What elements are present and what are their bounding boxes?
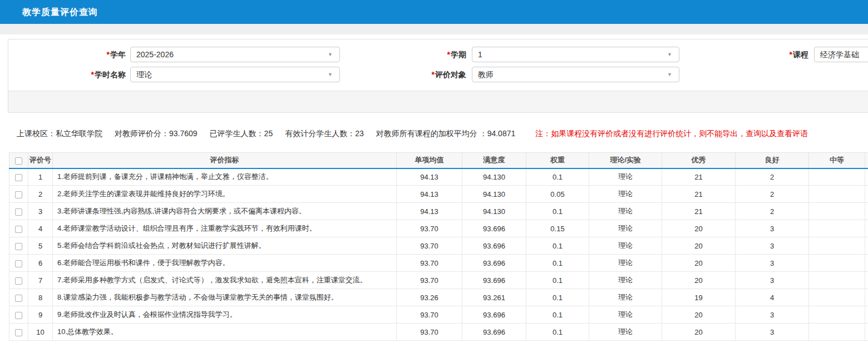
chevron-down-icon: ▼ — [328, 67, 333, 82]
cell-type: 理论 — [589, 186, 662, 203]
cell-medium — [809, 272, 865, 289]
chevron-down-icon: ▼ — [667, 47, 672, 62]
col-header-medium: 中等 — [809, 153, 865, 168]
row-checkbox[interactable] — [15, 174, 22, 181]
cell-item-avg: 94.13 — [397, 168, 462, 186]
chevron-down-icon: ▼ — [667, 67, 672, 82]
cell-good: 4 — [736, 289, 809, 306]
cell-satisfaction: 93.696 — [462, 220, 526, 237]
cell-satisfaction: 93.696 — [462, 324, 526, 341]
cell-satisfaction: 93.696 — [462, 237, 526, 255]
cell-weight: 0.1 — [526, 272, 589, 289]
table-row: 8 8.课堂感染力强，我能积极参与教学活动，不会做与课堂教学无关的事情，课堂氛围… — [9, 289, 868, 306]
table-row: 4 4.老师课堂教学活动设计、组织合理且有序，注重教学实践环节，有效利用课时。 … — [9, 220, 868, 237]
cell-excellent: 20 — [662, 272, 736, 289]
cell-cutoff — [865, 306, 868, 324]
cell-indicator: 4.老师课堂教学活动设计、组织合理且有序，注重教学实践环节，有效利用课时。 — [53, 220, 397, 237]
table-row: 3 3.老师讲课条理性强,内容熟练,讲课内容符合大纲要求，或不偏离本课程内容。 … — [9, 203, 868, 220]
table-header-row: 评价号 评价指标 单项均值 满意度 权重 理论/实验 优秀 良好 中等 — [9, 153, 868, 168]
course-select[interactable]: 经济学基础 ▼ — [814, 47, 868, 62]
row-checkbox[interactable] — [15, 226, 22, 233]
required-asterisk: * — [91, 70, 94, 79]
cell-medium — [809, 237, 865, 255]
cell-good: 3 — [736, 324, 809, 341]
cell-type: 理论 — [589, 255, 662, 272]
cell-item-avg: 93.26 — [397, 289, 462, 306]
valid-students-stat: 有效计分学生人数：23 — [285, 129, 364, 139]
row-checkbox[interactable] — [15, 277, 22, 285]
row-checkbox[interactable] — [15, 208, 22, 216]
cell-excellent: 20 — [662, 237, 736, 255]
cell-cutoff — [865, 255, 868, 272]
cell-medium — [809, 186, 865, 203]
row-checkbox-cell — [9, 306, 28, 324]
cell-weight: 0.1 — [526, 306, 589, 324]
row-checkbox[interactable] — [15, 243, 22, 250]
cell-medium — [809, 220, 865, 237]
table-row: 1 1.老师提前到课，备课充分，讲课精神饱满，举止文雅，仪容整洁。 94.13 … — [9, 168, 868, 186]
cell-medium — [809, 324, 865, 341]
col-header-indicator: 评价指标 — [53, 153, 397, 168]
page-title: 教学质量评价查询 — [22, 0, 98, 24]
row-checkbox[interactable] — [15, 312, 22, 319]
table-row: 9 9.老师批改作业及时认真，会根据作业情况指导我学习。 93.70 93.69… — [9, 306, 868, 324]
cell-medium — [809, 255, 865, 272]
cell-satisfaction: 93.696 — [462, 255, 526, 272]
row-checkbox[interactable] — [15, 260, 22, 267]
hour-name-label: *学时名称 — [42, 67, 126, 82]
cell-weight: 0.05 — [526, 186, 589, 203]
required-asterisk: * — [790, 50, 792, 59]
cell-satisfaction: 93.696 — [462, 306, 526, 324]
cell-no: 6 — [28, 255, 53, 272]
cell-good: 3 — [736, 237, 809, 255]
hour-name-select[interactable]: 理论 ▼ — [130, 67, 340, 82]
table-row: 2 2.老师关注学生的课堂表现并能维持良好的学习环境。 94.13 94.130… — [9, 186, 868, 203]
cell-cutoff — [865, 203, 868, 220]
filter-panel-footer — [8, 91, 868, 112]
cell-weight: 0.1 — [526, 168, 589, 186]
cell-indicator: 3.老师讲课条理性强,内容熟练,讲课内容符合大纲要求，或不偏离本课程内容。 — [53, 203, 397, 220]
cell-type: 理论 — [589, 203, 662, 220]
table-row: 5 5.老师会结合学科前沿或社会热点，对教材知识进行扩展性讲解。 93.70 9… — [9, 237, 868, 255]
cell-excellent: 19 — [662, 289, 736, 306]
cell-good: 3 — [736, 255, 809, 272]
cell-weight: 0.1 — [526, 289, 589, 306]
eval-target-select[interactable]: 教师 ▼ — [472, 67, 679, 82]
term-select-value: 1 — [478, 47, 482, 62]
cell-cutoff — [865, 168, 868, 186]
table-row: 7 7.老师采用多种教学方式（启发式、讨论式等），激发我求知欲，避免照本宣科，注… — [9, 272, 868, 289]
row-checkbox-cell — [9, 220, 28, 237]
cell-indicator: 2.老师关注学生的课堂表现并能维持良好的学习环境。 — [53, 186, 397, 203]
cell-excellent: 20 — [662, 324, 736, 341]
header-divider-strip — [0, 24, 868, 34]
top-title-bar: 教学质量评价查询 — [0, 0, 868, 24]
row-checkbox[interactable] — [15, 329, 22, 336]
row-checkbox[interactable] — [15, 191, 22, 198]
cell-good: 2 — [736, 203, 809, 220]
chevron-down-icon: ▼ — [328, 47, 333, 62]
table-row: 6 6.老师能合理运用板书和课件，便于我理解教学内容。 93.70 93.696… — [9, 255, 868, 272]
required-asterisk: * — [107, 50, 110, 59]
cell-type: 理论 — [589, 220, 662, 237]
col-header-excellent: 优秀 — [662, 153, 736, 168]
cell-weight: 0.1 — [526, 203, 589, 220]
cell-no: 5 — [28, 237, 53, 255]
cell-excellent: 20 — [662, 255, 736, 272]
required-asterisk: * — [432, 70, 435, 79]
cell-satisfaction: 94.130 — [462, 168, 526, 186]
row-checkbox-cell — [9, 203, 28, 220]
cell-good: 2 — [736, 186, 809, 203]
cell-satisfaction: 93.261 — [462, 289, 526, 306]
year-select[interactable]: 2025-2026 ▼ — [130, 47, 340, 62]
teacher-score-stat: 对教师评价分：93.7609 — [115, 129, 198, 139]
hour-name-select-value: 理论 — [136, 67, 152, 82]
select-all-checkbox[interactable] — [15, 157, 22, 165]
term-select[interactable]: 1 ▼ — [472, 47, 679, 62]
cell-no: 1 — [28, 168, 53, 186]
cell-type: 理论 — [589, 272, 662, 289]
cell-indicator: 9.老师批改作业及时认真，会根据作业情况指导我学习。 — [53, 306, 397, 324]
row-checkbox-cell — [9, 186, 28, 203]
row-checkbox[interactable] — [15, 295, 22, 302]
eval-target-select-value: 教师 — [478, 67, 494, 82]
col-header-weight: 权重 — [526, 153, 589, 168]
